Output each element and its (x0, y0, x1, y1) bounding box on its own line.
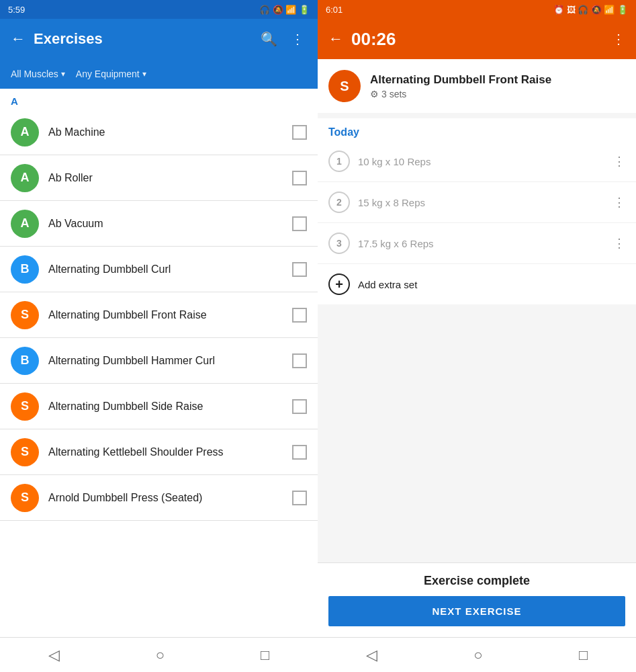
search-button[interactable]: 🔍 (258, 28, 280, 50)
sets-header: Today (318, 118, 636, 141)
dumbbell-icon: ⚙ (370, 89, 379, 99)
set-row-1: 1 10 kg x 10 Reps ⋮ (318, 141, 636, 182)
next-exercise-button[interactable]: NEXT EXERCISE (328, 596, 625, 626)
avatar-ab-vacuum: A (11, 210, 39, 238)
exercise-item-alt-kb-shoulder-press[interactable]: S Alternating Kettlebell Shoulder Press (0, 429, 318, 475)
exercise-name-ab-vacuum: Ab Vacuum (48, 218, 283, 230)
workout-timer: 00:26 (351, 29, 604, 50)
exercise-item-alt-db-hammer-curl[interactable]: B Alternating Dumbbell Hammer Curl (0, 338, 318, 384)
sets-card: Today 1 10 kg x 10 Reps ⋮ 2 15 kg x 8 Re… (318, 118, 636, 304)
avatar-alt-db-side-raise: S (11, 392, 39, 421)
checkbox-ab-roller[interactable] (292, 171, 307, 185)
right-panel: 6:01 ⏰ 🖼 🎧 🔕 📶 🔋 ← 00:26 ⋮ S Alternating… (318, 0, 636, 672)
nav-back-right[interactable]: ◁ (366, 646, 377, 664)
checkbox-ab-machine[interactable] (292, 125, 307, 140)
nav-recents-left[interactable]: □ (261, 646, 269, 664)
exercise-name-alt-db-side-raise: Alternating Dumbbell Side Raise (48, 401, 283, 413)
right-back-button[interactable]: ← (328, 30, 343, 48)
set-more-2[interactable]: ⋮ (613, 195, 625, 210)
set-more-3[interactable]: ⋮ (613, 236, 625, 251)
exercise-item-arnold-press[interactable]: S Arnold Dumbbell Press (Seated) (0, 475, 318, 521)
avatar-ab-roller: A (11, 164, 39, 192)
avatar-arnold-press: S (11, 484, 39, 512)
checkbox-alt-kb-shoulder-press[interactable] (292, 445, 307, 460)
set-detail-3: 17.5 kg x 6 Reps (358, 238, 605, 249)
equipment-filter-arrow: ▾ (142, 69, 146, 79)
checkbox-alt-db-front-raise[interactable] (292, 308, 307, 323)
left-panel: 5:59 🎧 🔕 📶 🔋 ← Exercises 🔍 ⋮ All Muscles… (0, 0, 318, 672)
add-extra-label: Add extra set (358, 279, 417, 290)
exercise-name-alt-db-front-raise: Alternating Dumbbell Front Raise (48, 309, 283, 321)
avatar-ab-machine: A (11, 118, 39, 146)
left-back-button[interactable]: ← (11, 30, 26, 48)
nav-back-left[interactable]: ◁ (48, 646, 60, 664)
exercise-name-ab-machine: Ab Machine (48, 126, 283, 138)
exercise-item-ab-machine[interactable]: A Ab Machine (0, 110, 318, 155)
spacer (318, 304, 636, 562)
set-number-2: 2 (328, 192, 350, 213)
nav-recents-right[interactable]: □ (579, 646, 588, 664)
exercise-item-ab-roller[interactable]: A Ab Roller (0, 155, 318, 201)
status-bar-left: 5:59 🎧 🔕 📶 🔋 (0, 0, 318, 19)
equipment-filter[interactable]: Any Equipment ▾ (76, 69, 146, 79)
plus-circle-icon: + (328, 274, 350, 295)
exercise-name-alt-db-hammer-curl: Alternating Dumbbell Hammer Curl (48, 355, 283, 367)
nav-bar-left: ◁ ○ □ (0, 637, 318, 672)
avatar-alt-db-curl: B (11, 255, 39, 284)
add-extra-set[interactable]: + Add extra set (318, 264, 636, 304)
checkbox-alt-db-curl[interactable] (292, 262, 307, 277)
checkbox-alt-db-hammer-curl[interactable] (292, 353, 307, 368)
exercise-card-sets: ⚙ 3 sets (370, 89, 625, 99)
avatar-alt-db-hammer-curl: B (11, 347, 39, 375)
complete-text: Exercise complete (328, 574, 625, 588)
muscles-filter[interactable]: All Muscles ▾ (11, 69, 65, 79)
left-status-icons: 🎧 🔕 📶 🔋 (259, 5, 310, 15)
exercise-list: A Ab Machine A Ab Roller A Ab Vacuum B A… (0, 110, 318, 637)
left-title: Exercises (34, 30, 250, 48)
status-bar-right: 6:01 ⏰ 🖼 🎧 🔕 📶 🔋 (318, 0, 636, 19)
exercise-card: S Alternating Dumbbell Front Raise ⚙ 3 s… (318, 59, 636, 113)
set-more-1[interactable]: ⋮ (613, 154, 625, 169)
avatar-alt-db-front-raise: S (11, 301, 39, 329)
checkbox-ab-vacuum[interactable] (292, 216, 307, 231)
toolbar-left: ← Exercises 🔍 ⋮ (0, 19, 318, 59)
toolbar-right: ← 00:26 ⋮ (318, 19, 636, 59)
muscles-filter-label: All Muscles (11, 69, 58, 79)
nav-home-left[interactable]: ○ (156, 646, 165, 664)
checkbox-alt-db-side-raise[interactable] (292, 399, 307, 414)
filter-bar: All Muscles ▾ Any Equipment ▾ (0, 59, 318, 89)
set-detail-1: 10 kg x 10 Reps (358, 156, 605, 167)
exercise-item-alt-db-curl[interactable]: B Alternating Dumbbell Curl (0, 247, 318, 292)
exercise-name-alt-kb-shoulder-press: Alternating Kettlebell Shoulder Press (48, 446, 283, 458)
set-detail-2: 15 kg x 8 Reps (358, 197, 605, 208)
exercise-avatar: S (328, 70, 361, 102)
right-more-button[interactable]: ⋮ (612, 31, 625, 47)
exercise-card-name: Alternating Dumbbell Front Raise (370, 73, 625, 87)
left-time: 5:59 (8, 5, 259, 15)
exercise-name-arnold-press: Arnold Dumbbell Press (Seated) (48, 492, 283, 504)
exercise-card-info: Alternating Dumbbell Front Raise ⚙ 3 set… (370, 73, 625, 99)
exercise-item-alt-db-front-raise[interactable]: S Alternating Dumbbell Front Raise (0, 292, 318, 338)
avatar-alt-kb-shoulder-press: S (11, 438, 39, 466)
nav-bar-right: ◁ ○ □ (318, 637, 636, 672)
exercise-name-alt-db-curl: Alternating Dumbbell Curl (48, 263, 283, 276)
sets-label: 3 sets (381, 89, 406, 99)
right-status-icons: ⏰ 🖼 🎧 🔕 📶 🔋 (553, 5, 628, 15)
nav-home-right[interactable]: ○ (473, 646, 482, 664)
checkbox-arnold-press[interactable] (292, 491, 307, 505)
set-row-2: 2 15 kg x 8 Reps ⋮ (318, 182, 636, 223)
complete-section: Exercise complete NEXT EXERCISE (318, 562, 636, 637)
set-number-1: 1 (328, 151, 350, 172)
exercise-name-ab-roller: Ab Roller (48, 172, 283, 184)
exercise-item-ab-vacuum[interactable]: A Ab Vacuum (0, 201, 318, 247)
set-row-3: 3 17.5 kg x 6 Reps ⋮ (318, 223, 636, 264)
section-header-a: A (0, 89, 318, 110)
muscles-filter-arrow: ▾ (61, 69, 65, 79)
right-time: 6:01 (326, 5, 553, 15)
exercise-item-alt-db-side-raise[interactable]: S Alternating Dumbbell Side Raise (0, 384, 318, 429)
equipment-filter-label: Any Equipment (76, 69, 140, 79)
more-menu-button[interactable]: ⋮ (288, 28, 307, 50)
set-number-3: 3 (328, 233, 350, 254)
